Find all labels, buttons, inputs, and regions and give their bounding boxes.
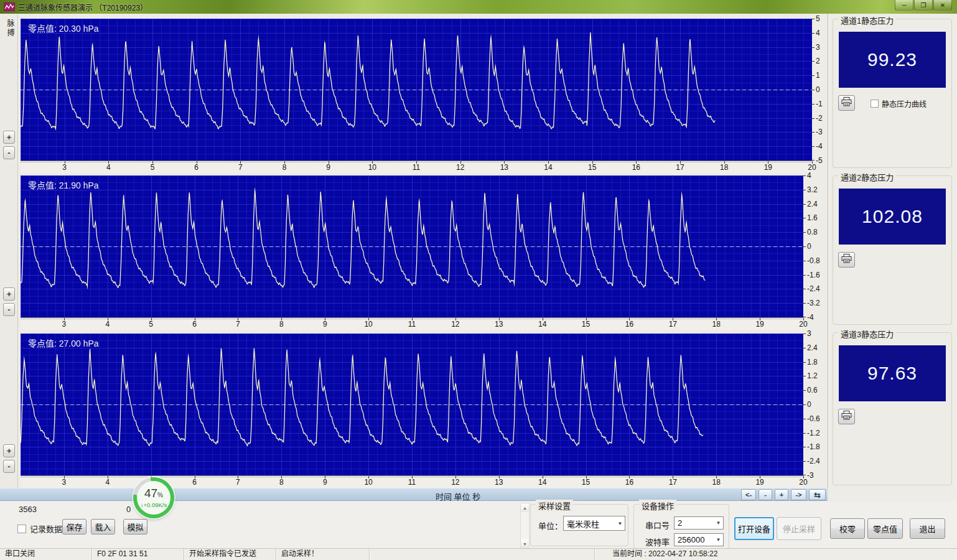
- time-axis-bar: 时间 单位 秒 <- - + -> ⇆: [0, 488, 828, 501]
- channel1-zero-value-label: 零点值: 20.30 hPa: [28, 22, 99, 34]
- channel2-zoom-in-button[interactable]: +: [3, 287, 15, 301]
- channel1-waveform-plot: [21, 19, 812, 161]
- x-tick-label: 5: [151, 163, 155, 172]
- y-tick-label: 0: [816, 85, 820, 94]
- y-tick-label: -4: [807, 313, 814, 322]
- zoom-in-time-button[interactable]: +: [775, 489, 788, 500]
- y-tick-mark: [803, 289, 806, 289]
- unit-select[interactable]: 毫米汞柱 ▼: [563, 516, 625, 531]
- y-tick-label: 1.8: [807, 358, 818, 366]
- channel3-print-button[interactable]: [838, 409, 855, 424]
- y-tick-mark: [803, 404, 806, 405]
- x-tick-label: 15: [588, 163, 596, 172]
- swap-arrows-icon: ⇆: [814, 490, 821, 500]
- pulse-label: 脉搏: [5, 19, 16, 38]
- simulate-button[interactable]: 模拟: [123, 519, 147, 534]
- scroll-right-button[interactable]: ->: [791, 489, 806, 500]
- restore-button[interactable]: ❐: [914, 0, 933, 11]
- y-tick-label: -3: [807, 471, 814, 480]
- x-tick-label: 16: [625, 320, 633, 329]
- x-tick-label: 12: [451, 320, 459, 329]
- channel2-print-button[interactable]: [838, 252, 855, 268]
- channel3-chart: 零点值: 27.00 hPa 32.41.81.20.60-0.6-1.2-1.…: [21, 334, 803, 475]
- y-tick-mark: [803, 475, 806, 475]
- app-window: 三通道脉象传感器演示 （T20190923） ─ ❐ ✕ 脉搏 + - + - …: [0, 0, 957, 560]
- group-title: 通道1静态压力: [838, 14, 896, 26]
- channel3-static-pressure-group: 通道3静态压力 97.63: [833, 332, 952, 485]
- channel1-static-pressure-group: 通道1静态压力 99.23 静态压力曲线: [833, 19, 952, 168]
- y-tick-label: 2.4: [807, 200, 818, 208]
- x-tick-label: 10: [368, 163, 376, 172]
- serial-port-select[interactable]: 2 ▼: [674, 516, 724, 530]
- y-tick-label: -3: [816, 128, 823, 136]
- y-tick-mark: [803, 317, 806, 317]
- x-tick-label: 3: [62, 478, 67, 487]
- group-title: 通道2静态压力: [838, 171, 896, 183]
- load-button[interactable]: 载入: [91, 519, 115, 534]
- y-tick-label: 2.4: [807, 343, 818, 352]
- chevron-down-icon: ▼: [714, 520, 723, 526]
- unit-label: 单位：: [538, 520, 563, 531]
- x-tick-label: 3: [62, 320, 67, 329]
- status-empty: [370, 549, 595, 560]
- y-tick-mark: [803, 232, 806, 233]
- scroll-left-button[interactable]: <-: [741, 489, 756, 500]
- y-tick-label: -3.2: [807, 299, 820, 307]
- channel3-waveform-plot: [21, 334, 803, 475]
- x-tick-label: 16: [632, 163, 640, 172]
- x-tick-label: 7: [236, 320, 240, 329]
- y-tick-mark: [812, 160, 815, 161]
- minimize-button[interactable]: ─: [895, 0, 913, 11]
- title-bar: 三通道脉象传感器演示 （T20190923） ─ ❐ ✕: [0, 0, 957, 14]
- save-button[interactable]: 保存: [62, 519, 86, 534]
- record-data-option: 记录数据: [17, 523, 62, 534]
- mini-scrollbar[interactable]: ▲ ▼: [520, 503, 530, 549]
- y-tick-label: -0.6: [807, 414, 820, 423]
- y-tick-mark: [812, 104, 815, 105]
- printer-icon: [841, 411, 852, 422]
- channel3-zoom-in-button[interactable]: +: [3, 444, 15, 457]
- y-tick-label: 5: [816, 14, 820, 23]
- x-tick-label: 20: [799, 320, 807, 329]
- close-button[interactable]: ✕: [933, 0, 952, 11]
- scroll-down-icon[interactable]: ▼: [521, 539, 529, 548]
- fit-width-button[interactable]: ⇆: [809, 489, 826, 500]
- x-tick-label: 20: [808, 163, 816, 172]
- y-tick-mark: [803, 246, 806, 247]
- channel2-zoom-out-button[interactable]: -: [3, 303, 15, 316]
- zoom-out-time-button[interactable]: -: [759, 489, 772, 500]
- baud-rate-select[interactable]: 256000 ▼: [674, 533, 724, 546]
- x-tick-label: 13: [495, 320, 503, 329]
- channel3-y-axis: 32.41.81.20.60-0.6-1.2-1.8-2.4-3: [803, 334, 827, 475]
- x-tick-label: 9: [323, 478, 327, 487]
- x-tick-label: 19: [764, 163, 772, 172]
- y-tick-mark: [803, 334, 806, 334]
- record-data-checkbox[interactable]: [17, 525, 26, 533]
- x-tick-label: 7: [238, 163, 243, 172]
- open-device-button[interactable]: 打开设备: [734, 517, 774, 540]
- channel2-y-axis: 43.22.41.60.80-0.8-1.6-2.4-3.2-4: [803, 175, 827, 317]
- channel1-zoom-in-button[interactable]: +: [3, 131, 15, 144]
- x-tick-label: 4: [105, 478, 110, 487]
- stop-sampling-button[interactable]: 停止采样: [777, 517, 821, 540]
- x-tick-label: 13: [495, 478, 503, 487]
- y-tick-mark: [803, 218, 806, 218]
- y-tick-label: -5: [816, 156, 823, 165]
- y-tick-mark: [803, 461, 806, 462]
- channel3-zoom-out-button[interactable]: -: [3, 460, 15, 473]
- scroll-up-icon[interactable]: ▲: [521, 503, 529, 512]
- status-bar: 串口关闭 F0 2F 01 31 51 开始采样指令已发送 启动采样！ 当前时间…: [0, 548, 957, 560]
- zero-value-button[interactable]: 零点值: [867, 518, 903, 539]
- status-serial-state: 串口关闭: [0, 549, 92, 560]
- channel1-zoom-out-button[interactable]: -: [3, 146, 15, 159]
- sampling-settings-group: 采样设置 单位： 毫米汞柱 ▼: [530, 504, 628, 546]
- static-pressure-curve-checkbox[interactable]: [871, 100, 879, 108]
- x-tick-label: 14: [544, 163, 552, 172]
- y-tick-label: -1.8: [807, 442, 820, 451]
- x-tick-label: 18: [712, 320, 721, 329]
- channel1-print-button[interactable]: [838, 95, 855, 111]
- calibrate-zero-button[interactable]: 校零: [830, 518, 865, 539]
- y-tick-mark: [803, 204, 806, 205]
- x-tick-label: 18: [712, 478, 721, 487]
- exit-button[interactable]: 退出: [910, 518, 945, 539]
